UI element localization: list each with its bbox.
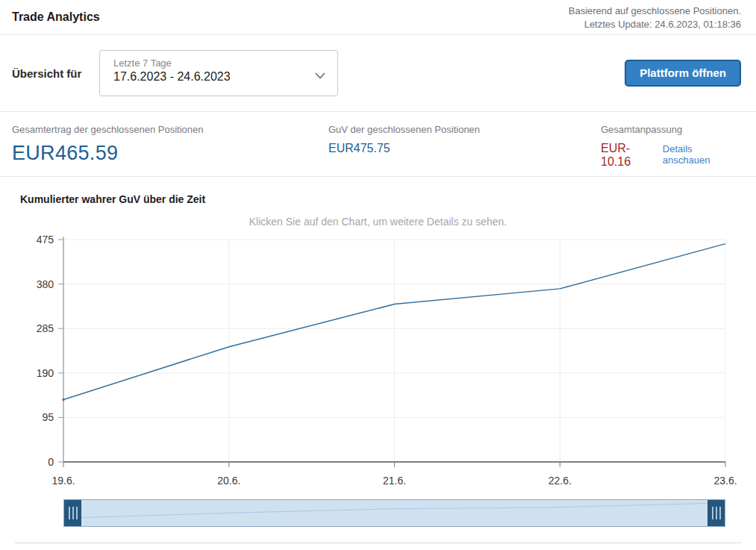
chart-range-slider[interactable] xyxy=(63,499,725,527)
svg-text:19.6.: 19.6. xyxy=(51,475,75,487)
range-handle-left[interactable] xyxy=(64,500,81,526)
grip-icon xyxy=(712,507,713,519)
details-link[interactable]: Details anschauen xyxy=(663,143,741,166)
range-track[interactable] xyxy=(81,500,707,526)
stat-adjustment: Gesamtanpassung EUR-10.16 Details anscha… xyxy=(601,124,741,176)
open-platform-button[interactable]: Plattform öffnen xyxy=(625,60,741,87)
grip-icon xyxy=(69,507,70,519)
update-info: Basierend auf geschlossene Positionen. L… xyxy=(569,4,741,31)
chart-section: Kumulierter wahrer GuV über die Zeit Kli… xyxy=(0,193,756,527)
header: Trade Analytics Basierend auf geschlosse… xyxy=(0,0,756,35)
last-update: Letztes Update: 24.6.2023, 01:18:36 xyxy=(569,18,741,31)
period-dropdown-label: Letzte 7 Tage xyxy=(113,57,327,69)
stat-value: EUR-10.16 xyxy=(601,142,659,169)
basis-note: Basierend auf geschlossene Positionen. xyxy=(569,4,741,18)
svg-text:95: 95 xyxy=(42,411,54,423)
grip-icon xyxy=(72,507,74,519)
svg-text:0: 0 xyxy=(48,456,54,468)
stat-value: EUR465.59 xyxy=(12,142,328,165)
stat-label: Gesamtertrag der geschlossenen Positione… xyxy=(12,124,328,135)
grip-icon xyxy=(76,507,78,519)
svg-text:20.6.: 20.6. xyxy=(217,475,240,487)
chart-title: Kumulierter wahrer GuV über die Zeit xyxy=(20,193,756,205)
bottom-divider xyxy=(15,543,741,543)
stat-value: EUR475.75 xyxy=(328,142,601,155)
stat-label: GuV der geschlossenen Positionen xyxy=(328,124,601,135)
svg-text:475: 475 xyxy=(37,234,54,246)
range-handle-right[interactable] xyxy=(707,500,725,526)
overview-bar: Übersicht für Letzte 7 Tage 17.6.2023 - … xyxy=(0,35,756,112)
period-dropdown[interactable]: Letzte 7 Tage 17.6.2023 - 24.6.2023 xyxy=(99,50,338,96)
svg-text:285: 285 xyxy=(37,322,54,334)
overview-label: Übersicht für xyxy=(12,67,99,80)
period-dropdown-value: 17.6.2023 - 24.6.2023 xyxy=(113,70,327,84)
stat-pnl: GuV der geschlossenen Positionen EUR475.… xyxy=(328,124,601,176)
stat-total-return: Gesamtertrag der geschlossenen Positione… xyxy=(12,124,328,176)
chart-hint: Klicken Sie auf den Chart, um weitere De… xyxy=(0,216,756,228)
mini-chart-line xyxy=(81,500,707,526)
page-title: Trade Analytics xyxy=(12,9,100,24)
stats-row: Gesamtertrag der geschlossenen Positione… xyxy=(0,112,756,177)
svg-text:22.6.: 22.6. xyxy=(549,475,572,487)
stat-label: Gesamtanpassung xyxy=(601,124,741,135)
cumulative-pnl-chart[interactable]: 09519028538047519.6.20.6.21.6.22.6.23.6. xyxy=(0,231,756,494)
chevron-down-icon xyxy=(315,69,325,82)
grip-icon xyxy=(716,507,717,519)
svg-text:380: 380 xyxy=(37,278,54,290)
svg-text:21.6.: 21.6. xyxy=(383,475,406,487)
grip-icon xyxy=(719,507,721,519)
svg-text:190: 190 xyxy=(37,367,54,379)
svg-text:23.6.: 23.6. xyxy=(713,475,737,487)
